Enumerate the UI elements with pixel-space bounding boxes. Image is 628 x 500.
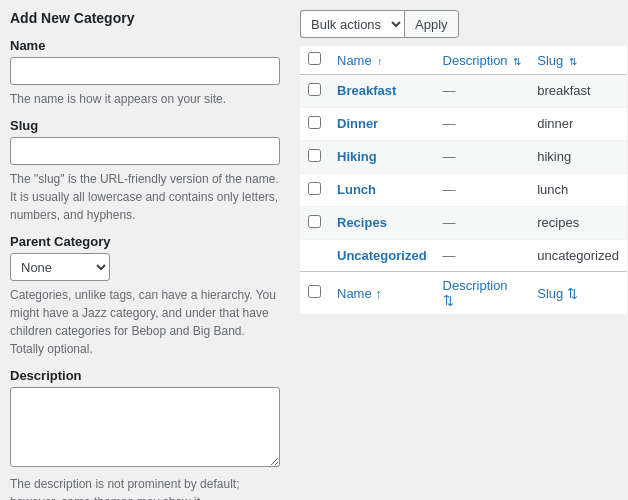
description-value: — — [443, 182, 456, 197]
row-slug-cell: lunch — [529, 174, 627, 207]
description-value: — — [443, 116, 456, 131]
row-checkbox-cell — [300, 240, 329, 272]
row-name-cell: Uncategorized — [329, 240, 435, 272]
table-header-row: Name ↑ Description ⇅ Slug ⇅ — [300, 46, 627, 75]
row-name-cell: Hiking — [329, 141, 435, 174]
bulk-actions-select[interactable]: Bulk actions — [300, 10, 404, 38]
slug-input[interactable] — [10, 137, 280, 165]
description-group: Description The description is not promi… — [10, 368, 280, 500]
panel-title: Add New Category — [10, 10, 280, 26]
main-container: Add New Category Name The name is how it… — [10, 10, 618, 500]
row-description-cell: — — [435, 75, 530, 108]
row-slug-cell: recipes — [529, 207, 627, 240]
description-column-header[interactable]: Description ⇅ — [435, 46, 530, 75]
parent-select[interactable]: None — [10, 253, 110, 281]
row-description-cell: — — [435, 240, 530, 272]
description-textarea[interactable] — [10, 387, 280, 467]
row-description-cell: — — [435, 141, 530, 174]
table-footer-row: Name ↑ Description ⇅ Slug ⇅ — [300, 272, 627, 315]
row-name-cell: Lunch — [329, 174, 435, 207]
description-sort-icon: ⇅ — [513, 56, 521, 67]
footer-check-col — [300, 272, 329, 315]
footer-description-sort-icon: ⇅ — [443, 293, 454, 308]
row-slug-cell: breakfast — [529, 75, 627, 108]
category-name-link[interactable]: Uncategorized — [337, 248, 427, 263]
table-row: Breakfast—breakfast — [300, 75, 627, 108]
row-name-cell: Breakfast — [329, 75, 435, 108]
name-sort-icon: ↑ — [377, 56, 382, 67]
slug-label: Slug — [10, 118, 280, 133]
description-label: Description — [10, 368, 280, 383]
row-slug-cell: uncategorized — [529, 240, 627, 272]
row-slug-cell: dinner — [529, 108, 627, 141]
parent-label: Parent Category — [10, 234, 280, 249]
description-value: — — [443, 149, 456, 164]
name-input[interactable] — [10, 57, 280, 85]
description-hint: The description is not prominent by defa… — [10, 475, 280, 500]
row-description-cell: — — [435, 108, 530, 141]
description-value: — — [443, 83, 456, 98]
table-row: Dinner—dinner — [300, 108, 627, 141]
row-slug-cell: hiking — [529, 141, 627, 174]
name-label: Name — [10, 38, 280, 53]
row-checkbox[interactable] — [308, 83, 321, 96]
row-checkbox[interactable] — [308, 182, 321, 195]
row-checkbox-cell — [300, 141, 329, 174]
slug-hint: The "slug" is the URL-friendly version o… — [10, 170, 280, 224]
categories-table: Name ↑ Description ⇅ Slug ⇅ Breakfast—br… — [300, 46, 627, 314]
apply-button[interactable]: Apply — [404, 10, 459, 38]
select-all-checkbox[interactable] — [308, 52, 321, 65]
slug-sort-icon: ⇅ — [569, 56, 577, 67]
category-name-link[interactable]: Breakfast — [337, 83, 396, 98]
row-description-cell: — — [435, 207, 530, 240]
add-category-panel: Add New Category Name The name is how it… — [10, 10, 280, 500]
row-checkbox-cell — [300, 75, 329, 108]
row-checkbox-cell — [300, 174, 329, 207]
category-list-panel: Bulk actions Apply Name ↑ Description — [300, 10, 627, 500]
bulk-actions-group: Bulk actions Apply — [300, 10, 459, 38]
row-checkbox[interactable] — [308, 215, 321, 228]
footer-slug-sort-icon: ⇅ — [567, 286, 578, 301]
description-value: — — [443, 248, 456, 263]
row-name-cell: Recipes — [329, 207, 435, 240]
table-row: Recipes—recipes — [300, 207, 627, 240]
slug-column-header[interactable]: Slug ⇅ — [529, 46, 627, 75]
category-name-link[interactable]: Lunch — [337, 182, 376, 197]
row-description-cell: — — [435, 174, 530, 207]
select-all-col — [300, 46, 329, 75]
table-row: Hiking—hiking — [300, 141, 627, 174]
table-body: Breakfast—breakfastDinner—dinnerHiking—h… — [300, 75, 627, 272]
name-hint: The name is how it appears on your site. — [10, 90, 280, 108]
table-row: Lunch—lunch — [300, 174, 627, 207]
row-checkbox-cell — [300, 207, 329, 240]
name-column-header[interactable]: Name ↑ — [329, 46, 435, 75]
footer-description-col[interactable]: Description ⇅ — [435, 272, 530, 315]
footer-name-col[interactable]: Name ↑ — [329, 272, 435, 315]
toolbar: Bulk actions Apply — [300, 10, 627, 38]
name-group: Name The name is how it appears on your … — [10, 38, 280, 108]
description-value: — — [443, 215, 456, 230]
slug-group: Slug The "slug" is the URL-friendly vers… — [10, 118, 280, 224]
row-checkbox[interactable] — [308, 149, 321, 162]
category-name-link[interactable]: Dinner — [337, 116, 378, 131]
row-checkbox-cell — [300, 108, 329, 141]
footer-select-all-checkbox[interactable] — [308, 285, 321, 298]
row-checkbox[interactable] — [308, 116, 321, 129]
parent-group: Parent Category None Categories, unlike … — [10, 234, 280, 358]
row-name-cell: Dinner — [329, 108, 435, 141]
footer-name-sort-icon: ↑ — [375, 286, 382, 301]
footer-slug-col[interactable]: Slug ⇅ — [529, 272, 627, 315]
table-row: Uncategorized—uncategorized — [300, 240, 627, 272]
category-name-link[interactable]: Recipes — [337, 215, 387, 230]
parent-hint: Categories, unlike tags, can have a hier… — [10, 286, 280, 358]
category-name-link[interactable]: Hiking — [337, 149, 377, 164]
